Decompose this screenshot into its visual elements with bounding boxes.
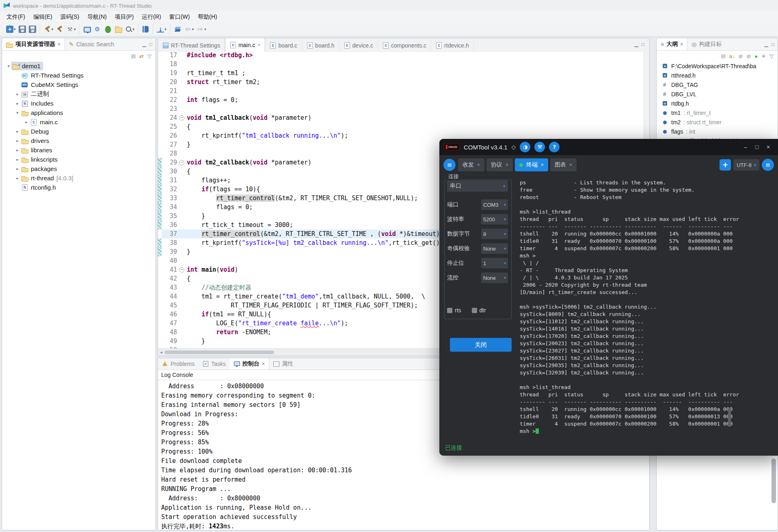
maximize-icon[interactable]: □ xyxy=(642,41,644,47)
comtool-tab-终端[interactable]: 终端× xyxy=(515,158,548,171)
open-resource-button[interactable] xyxy=(114,25,123,34)
field-select-流控[interactable]: None▾ xyxy=(481,272,508,283)
console-tab-tasks[interactable]: Tasks xyxy=(199,358,230,370)
tree-item-cubemx-settings[interactable]: CubeMX Settings xyxy=(2,80,156,89)
field-select-端口[interactable]: COM3▾ xyxy=(481,199,508,210)
fold-minus-icon[interactable]: − xyxy=(178,158,185,167)
editor-tab-rtdevice.h[interactable]: rtdevice.h xyxy=(431,39,474,52)
outline-item[interactable]: F:\CodeWorkspace\RT-Thread\ba xyxy=(657,61,778,71)
tree-item-applications[interactable]: ▾applications xyxy=(2,108,156,117)
editor-tab-components.c[interactable]: components.c xyxy=(378,39,431,52)
tree-item-linkscripts[interactable]: ▸linkscripts xyxy=(2,155,156,164)
close-icon[interactable]: × xyxy=(257,42,260,48)
menu-item[interactable]: 窗口(W) xyxy=(165,12,194,22)
link-editor-icon[interactable]: ⇄ xyxy=(139,53,144,59)
comtool-maximize-icon[interactable]: □ xyxy=(751,144,763,150)
tools-icon[interactable]: ⚒ xyxy=(534,142,545,152)
checkbox-dtr[interactable]: dtr xyxy=(472,307,486,314)
debug-bug-button[interactable] xyxy=(103,25,113,34)
menu-item[interactable]: 导航(N) xyxy=(83,12,110,22)
dropdown-caret-icon[interactable]: ▾ xyxy=(14,27,16,31)
expander-icon[interactable]: ▸ xyxy=(14,176,21,180)
tab-project-explorer[interactable]: 项目资源管理器 × xyxy=(2,38,65,50)
minimize-icon[interactable]: ▁ xyxy=(765,41,768,47)
hide-non-public-icon[interactable]: ● xyxy=(754,53,758,59)
editor-tab-board.h[interactable]: board.h xyxy=(302,39,339,52)
dropdown-caret-icon[interactable]: ▾ xyxy=(192,27,194,31)
tree-item-rtconfig.h[interactable]: rtconfig.h xyxy=(2,183,156,192)
expander-icon[interactable]: ▸ xyxy=(14,167,21,171)
menu-item[interactable]: 源码(S) xyxy=(56,12,84,22)
tree-item-debug[interactable]: ▸Debug xyxy=(2,127,156,136)
tree-item-demo1[interactable]: ▾cdemo1 xyxy=(2,61,156,71)
editor-tab-board.c[interactable]: board.c xyxy=(265,39,302,52)
menu-item[interactable]: 编辑(E) xyxy=(29,12,56,22)
fold-minus-icon[interactable]: − xyxy=(178,265,185,274)
close-icon[interactable]: × xyxy=(680,41,683,47)
field-select-数据字节[interactable]: 8▾ xyxy=(481,229,508,239)
console-tab-problems[interactable]: Problems xyxy=(158,358,199,370)
fold-minus-icon[interactable]: − xyxy=(178,113,185,122)
field-select-奇偶校验[interactable]: None▾ xyxy=(481,243,508,254)
console-tab--[interactable]: 属性 xyxy=(269,358,297,370)
build-project-button[interactable] xyxy=(55,25,64,34)
tree-item-packages[interactable]: ▸packages xyxy=(2,164,156,173)
minimize-icon[interactable]: ▁ xyxy=(143,41,146,47)
sort-icon[interactable]: a↓ xyxy=(729,53,735,59)
tree-item-libraries[interactable]: ▸libraries xyxy=(2,145,156,155)
add-tab-button[interactable]: + xyxy=(720,159,731,171)
expander-icon[interactable]: ▸ xyxy=(14,92,21,96)
outline-item[interactable]: tm1: rt_timer_t xyxy=(657,108,778,117)
tree-item-rt-thread-settings[interactable]: RT-Thread Settings xyxy=(2,71,156,80)
collapse-all-icon[interactable]: ⊟ xyxy=(721,53,726,59)
download-run-button[interactable]: ↓▾ xyxy=(156,26,167,33)
close-icon[interactable]: × xyxy=(569,162,572,168)
editor-tab-device.c[interactable]: device.c xyxy=(339,39,378,52)
outline-item[interactable]: rtdbg.h xyxy=(657,99,778,108)
field-select-波特率[interactable]: 5200▾ xyxy=(481,214,508,225)
maximize-icon[interactable]: □ xyxy=(772,41,774,47)
close-icon[interactable]: × xyxy=(58,41,61,47)
close-icon[interactable]: × xyxy=(541,162,544,168)
filter-icon[interactable]: ✳ xyxy=(761,53,766,59)
comtool-minimize-icon[interactable]: – xyxy=(740,144,751,150)
outline-item[interactable]: DBG_TAG xyxy=(657,80,778,89)
dropdown-caret-icon[interactable]: ▾ xyxy=(204,27,206,31)
forward-button[interactable]: ⇨▾ xyxy=(196,25,207,34)
minimize-icon[interactable]: ▁ xyxy=(635,41,638,47)
build-button[interactable]: ▾ xyxy=(43,25,54,34)
field-select-停止位[interactable]: 1▾ xyxy=(481,258,508,268)
tree-item-includes[interactable]: ▸Includes xyxy=(2,99,156,108)
dropdown-caret-icon[interactable]: ▾ xyxy=(52,27,54,31)
expander-icon[interactable]: ▾ xyxy=(14,110,21,115)
hide-static-icon[interactable]: ⊘ xyxy=(746,53,751,59)
menu-hamburger-icon[interactable]: ≡ xyxy=(443,159,456,171)
tree-item--[interactable]: ▸二进制 xyxy=(2,89,156,99)
tab-build-targets[interactable]: ◎ 构建目标 xyxy=(687,38,726,50)
layers-button[interactable] xyxy=(173,25,182,34)
close-icon[interactable]: × xyxy=(262,361,265,367)
expander-icon[interactable]: ▸ xyxy=(14,138,21,143)
expander-icon[interactable]: ▸ xyxy=(14,157,21,162)
terminal-scrollbar-thumb[interactable] xyxy=(728,408,731,427)
menu-item[interactable]: 运行(R) xyxy=(138,12,165,22)
close-icon[interactable]: × xyxy=(506,162,508,168)
outline-item[interactable]: flags: int xyxy=(657,127,778,136)
help-book-button[interactable] xyxy=(141,25,150,34)
comtool-tab-收发[interactable]: 收发× xyxy=(458,158,484,171)
settings-gear-button[interactable]: ⚙ xyxy=(93,25,102,34)
scroll-left-icon[interactable]: ◂ xyxy=(158,350,164,355)
menu-hamburger-icon-right[interactable]: ≡ xyxy=(762,159,774,171)
outline-scrollbar-thumb[interactable] xyxy=(772,458,776,503)
outline-item[interactable]: DBG_LVL xyxy=(657,89,778,99)
comtool-tab-图表[interactable]: 图表× xyxy=(550,158,577,171)
back-button[interactable]: ⇦▾ xyxy=(184,25,195,34)
tab-classic-search[interactable]: ✎ Classic Search xyxy=(65,38,118,50)
close-icon[interactable]: × xyxy=(477,162,480,168)
menu-item[interactable]: 项目(P) xyxy=(111,12,138,22)
save-all-button[interactable] xyxy=(28,25,37,34)
tree-item-main.c[interactable]: ▸main.c xyxy=(2,117,156,127)
encoding-select[interactable]: UTF-8 ▾ xyxy=(733,159,759,171)
expander-icon[interactable]: ▸ xyxy=(14,101,21,106)
expander-icon[interactable]: ▸ xyxy=(14,129,21,134)
